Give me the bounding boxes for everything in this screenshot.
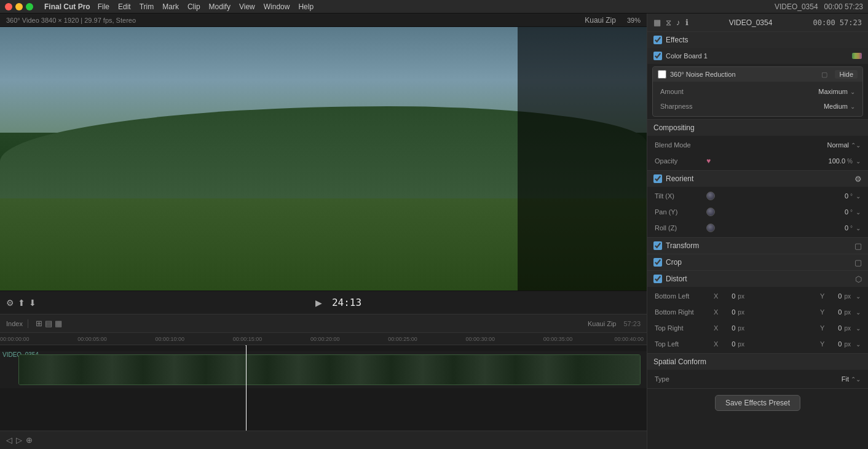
menu-file[interactable]: File: [98, 2, 109, 11]
tl-tool-3[interactable]: ⊕: [26, 435, 33, 445]
export-btn[interactable]: ⬆: [18, 298, 25, 308]
inspector-tab-audio[interactable]: ♪: [676, 18, 681, 27]
compositing-title: Compositing: [653, 123, 695, 132]
blend-mode-row: Blend Mode Normal ⌃⌄: [647, 137, 868, 153]
video-info-bar: 360° Video 3840 × 1920 | 29.97 fps, Ster…: [0, 14, 647, 27]
bottom-right-x-unit: px: [738, 309, 744, 316]
pan-stepper[interactable]: ⌄: [856, 209, 861, 216]
roll-stepper[interactable]: ⌄: [856, 225, 861, 232]
reorient-icon: ⚙: [854, 174, 862, 184]
reorient-header[interactable]: Reorient ⚙: [647, 171, 868, 187]
top-left-stepper[interactable]: ⌄: [856, 341, 861, 348]
menu-window[interactable]: Window: [264, 2, 290, 11]
pan-label: Pan (Y): [655, 208, 704, 216]
color-board-checkbox[interactable]: [653, 52, 662, 60]
timeline-area: Index ⊞ ▤ ▦ Kuaui Zip 57:23 00:00:00:00 …: [0, 314, 647, 449]
bottom-left-y-value: 0: [828, 292, 842, 300]
tilt-row: Tilt (X) 0 ° ⌄: [647, 188, 868, 204]
blend-mode-select[interactable]: Normal ⌃⌄: [706, 141, 861, 149]
timecode-current: 24:13: [332, 297, 361, 308]
timeline-tracks[interactable]: VIDEO_0354: [0, 345, 647, 431]
reorient-section: Reorient ⚙ Tilt (X) 0 ° ⌄ Pan (Y): [647, 171, 868, 238]
noise-reduction-header[interactable]: 360° Noise Reduction ▢ Hide: [653, 67, 862, 82]
crop-title: Crop: [666, 258, 682, 267]
top-left-y-label: Y: [820, 340, 824, 348]
menu-clip[interactable]: Clip: [187, 2, 200, 11]
menu-bar-items: File Edit Trim Mark Clip Modify View Win…: [98, 2, 314, 11]
effects-header[interactable]: Effects: [647, 32, 868, 48]
amount-stepper[interactable]: ⌄: [850, 88, 855, 95]
top-right-stepper[interactable]: ⌄: [856, 325, 861, 332]
hide-button[interactable]: Hide: [835, 70, 858, 79]
menu-trim[interactable]: Trim: [140, 2, 154, 11]
minimize-button[interactable]: [15, 3, 23, 10]
preview-area: 360° Video 3840 × 1920 | 29.97 fps, Ster…: [0, 14, 647, 314]
spatial-type-value[interactable]: Fit ⌃⌄: [706, 375, 861, 383]
timeline-ruler[interactable]: 00:00:00:00 00:00:05:00 00:00:10:00 00:0…: [0, 333, 647, 345]
crop-checkbox[interactable]: [653, 258, 662, 267]
close-button[interactable]: [5, 3, 12, 10]
reorient-title: Reorient: [666, 174, 693, 183]
blend-mode-stepper[interactable]: ⌃⌄: [851, 142, 861, 149]
distort-checkbox[interactable]: [653, 275, 662, 283]
bottom-right-row: Bottom Right X 0 px Y 0 px ⌄: [647, 304, 868, 320]
menu-modify[interactable]: Modify: [209, 2, 231, 11]
distort-header[interactable]: Distort ⬡: [647, 271, 868, 287]
video-canvas[interactable]: [0, 27, 647, 291]
spatial-conform-header[interactable]: Spatial Conform: [647, 354, 868, 370]
inspector-tab-info[interactable]: ℹ: [685, 18, 688, 27]
roll-row: Roll (Z) 0 ° ⌄: [647, 220, 868, 236]
tilt-stepper[interactable]: ⌄: [856, 193, 861, 200]
noise-reduction-checkbox[interactable]: [658, 70, 666, 79]
transport-bar: ⚙ ⬆ ⬇ ▶ 24:13: [0, 291, 647, 314]
sharpness-stepper[interactable]: ⌄: [850, 103, 855, 110]
top-left-y-unit: px: [844, 341, 851, 348]
panel-timecode-header: 00:00 57:23: [824, 2, 863, 11]
transform-checkbox[interactable]: [653, 241, 662, 250]
roll-value-area: 0 ° ⌄: [717, 224, 861, 232]
timeline-icon-2[interactable]: ▤: [45, 319, 52, 328]
roll-knob[interactable]: [706, 224, 715, 232]
view-options-btn[interactable]: ⚙: [6, 298, 14, 308]
top-right-y-value: 0: [828, 324, 842, 332]
effects-checkbox[interactable]: [653, 36, 662, 44]
inspector-tab-filter[interactable]: ⧖: [666, 18, 671, 28]
bottom-right-x-label: X: [714, 308, 718, 316]
compositing-header[interactable]: Compositing: [647, 120, 868, 136]
save-effects-preset-button[interactable]: Save Effects Preset: [715, 395, 800, 411]
tl-tool-2[interactable]: ▷: [16, 435, 22, 445]
share-btn[interactable]: ⬇: [29, 298, 36, 308]
timeline-icon-3[interactable]: ▦: [55, 319, 62, 328]
inspector-tab-video[interactable]: ▦: [653, 18, 661, 27]
opacity-value-area[interactable]: 100.0 % ⌄: [713, 157, 861, 165]
play-btn[interactable]: ▶: [315, 298, 322, 308]
timeline-icon-1[interactable]: ⊞: [36, 319, 42, 328]
timeline-clip[interactable]: [18, 354, 641, 385]
tilt-knob[interactable]: [706, 192, 715, 200]
ruler-mark-8: 00:00:40:00: [614, 336, 644, 342]
app-name: Final Cut Pro: [44, 2, 90, 11]
menubar: Final Cut Pro File Edit Trim Mark Clip M…: [0, 0, 868, 14]
pan-knob[interactable]: [706, 208, 715, 216]
bottom-right-stepper[interactable]: ⌄: [856, 309, 861, 316]
opacity-stepper[interactable]: ⌄: [856, 158, 861, 165]
crop-header[interactable]: Crop ▢: [647, 254, 868, 270]
spatial-type-row: Type Fit ⌃⌄: [647, 371, 868, 387]
menu-help[interactable]: Help: [298, 2, 314, 11]
top-left-x-value: 0: [722, 340, 735, 348]
tl-tool-1[interactable]: ◁: [6, 435, 12, 445]
reorient-checkbox[interactable]: [653, 174, 662, 183]
bottom-left-stepper[interactable]: ⌄: [856, 293, 861, 300]
menu-mark[interactable]: Mark: [162, 2, 179, 11]
spatial-type-stepper[interactable]: ⌃⌄: [851, 376, 861, 383]
top-left-row: Top Left X 0 px Y 0 px ⌄: [647, 336, 868, 352]
menu-edit[interactable]: Edit: [118, 2, 131, 11]
playhead[interactable]: [246, 345, 247, 431]
fullscreen-button[interactable]: [26, 3, 33, 10]
color-board-row[interactable]: Color Board 1: [647, 48, 868, 64]
menu-view[interactable]: View: [239, 2, 255, 11]
noise-reduction-body: Amount Maximum ⌄ Sharpness Medium ⌄: [653, 82, 862, 116]
top-right-row: Top Right X 0 px Y 0 px ⌄: [647, 320, 868, 336]
transform-header[interactable]: Transform ▢: [647, 238, 868, 254]
opacity-row: Opacity ♥ 100.0 % ⌄: [647, 153, 868, 169]
